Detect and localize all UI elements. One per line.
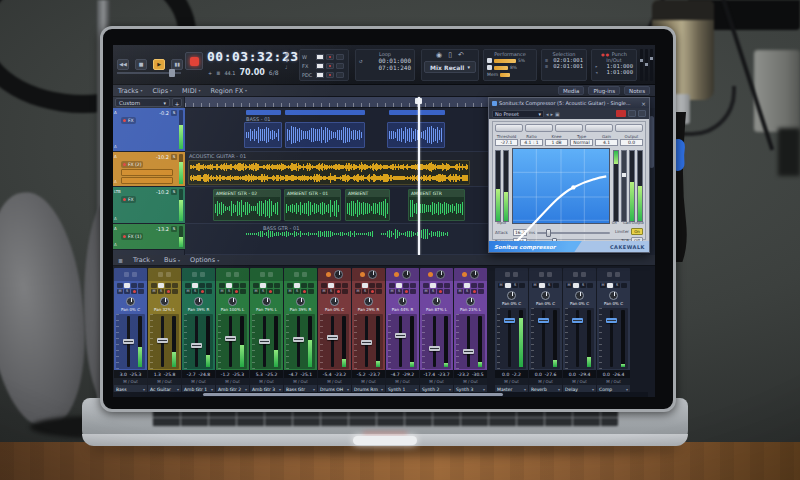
comp-power-icon[interactable]	[394, 272, 399, 277]
output-assign[interactable]: M / Out	[114, 378, 147, 385]
console-menu-item[interactable]: Options ▾	[190, 256, 219, 264]
plugin-button[interactable]	[555, 124, 583, 132]
monitor-button[interactable]	[308, 289, 314, 294]
fx-rack[interactable]: FX (2)	[121, 161, 143, 168]
arm-button[interactable]	[165, 289, 171, 294]
fader-handle[interactable]	[606, 318, 617, 323]
menu-item[interactable]: Clips ▾	[152, 87, 172, 95]
meter-slot[interactable]	[645, 49, 648, 81]
comp-power-icon[interactable]	[462, 272, 467, 277]
arm-button[interactable]	[301, 289, 307, 294]
toggle-button[interactable]	[326, 54, 334, 60]
write-automation-button[interactable]	[539, 283, 545, 288]
tempo-value[interactable]: 70.00	[240, 68, 265, 77]
mute-button[interactable]: M	[117, 289, 123, 294]
channel-strip[interactable]: M S Pan 44% R	[386, 268, 419, 394]
automation-button[interactable]: A	[114, 216, 117, 221]
gain-slider[interactable]	[621, 150, 627, 222]
monitor-button[interactable]	[376, 289, 382, 294]
window-option-button[interactable]	[638, 110, 646, 117]
output-assign[interactable]: M / Out	[386, 378, 419, 385]
fader-handle[interactable]	[572, 318, 583, 323]
comp-knob[interactable]	[368, 270, 377, 279]
arm-button[interactable]	[233, 289, 239, 294]
toggle-button[interactable]	[336, 63, 344, 69]
pan-knob[interactable]	[330, 297, 339, 306]
audio-clip[interactable]: AMBIENT GTR	[408, 189, 465, 221]
phase-button[interactable]	[287, 283, 293, 288]
output-assign[interactable]: M / Out	[182, 378, 215, 385]
preset-dropdown[interactable]: No Preset ▾	[492, 110, 544, 118]
menu-item[interactable]: Tracks ▾	[118, 87, 142, 95]
solo-button[interactable]: S	[614, 283, 620, 288]
bus-strip[interactable]: M S Pan 0% C	[597, 268, 630, 394]
write-automation-button[interactable]	[294, 283, 300, 288]
echo-button[interactable]	[376, 283, 382, 288]
arm-button[interactable]	[369, 289, 375, 294]
audio-clip[interactable]	[387, 122, 445, 148]
output-assign[interactable]: M / Out	[454, 378, 487, 385]
interleave-button[interactable]	[403, 283, 409, 288]
monitor-button[interactable]	[342, 289, 348, 294]
phase-button[interactable]	[185, 283, 191, 288]
output-assign[interactable]: M / Out	[216, 378, 249, 385]
mute-button[interactable]: M	[532, 283, 538, 288]
interleave-button[interactable]	[267, 283, 273, 288]
mix-recall-dropdown[interactable]: Mix Recall ▾	[424, 61, 476, 73]
pan-knob[interactable]	[126, 297, 135, 306]
take-lane-clip[interactable]	[246, 110, 281, 115]
audio-clip[interactable]	[244, 122, 282, 148]
plugin-parameter[interactable]: Gain 4.1	[595, 134, 618, 146]
solo-button[interactable]: S	[171, 110, 177, 116]
echo-button[interactable]	[138, 283, 144, 288]
arm-button[interactable]	[335, 289, 341, 294]
monitor-button[interactable]	[274, 289, 280, 294]
channel-strip[interactable]: M S Pan 87% L	[420, 268, 453, 394]
waveform[interactable]	[381, 225, 451, 243]
interleave-button[interactable]	[131, 283, 137, 288]
comp-power-icon[interactable]	[326, 272, 331, 277]
track-header[interactable]: A A -0.2 S FX	[113, 108, 185, 152]
interleave-button[interactable]	[199, 283, 205, 288]
interleave-button[interactable]	[471, 283, 477, 288]
output-assign[interactable]: M / Out	[284, 378, 317, 385]
interleave-button[interactable]	[233, 283, 239, 288]
solo-button[interactable]: S	[192, 289, 198, 294]
audio-clip[interactable]: AMBIENT	[345, 189, 390, 221]
output-assign[interactable]: M / Out	[352, 378, 385, 385]
channel-strip[interactable]: M S Pan 39% R	[284, 268, 317, 394]
metronome-icon[interactable]: ♩	[285, 65, 289, 70]
pan-knob[interactable]	[432, 297, 441, 306]
bus-strip[interactable]: M S Pan 0% C	[529, 268, 562, 394]
pan-knob[interactable]	[160, 297, 169, 306]
output-assign[interactable]: M / Out	[495, 378, 528, 385]
mute-button[interactable]: M	[566, 283, 572, 288]
track-header[interactable]: A A -13.2 S FX (1)	[113, 224, 185, 250]
fx-rack[interactable]: FX	[121, 196, 136, 203]
attack-slider[interactable]	[537, 232, 610, 234]
solo-button[interactable]: S	[362, 289, 368, 294]
prev-preset-icon[interactable]: ◂	[546, 111, 549, 117]
plugin-parameter[interactable]: Knee 1 dB	[545, 134, 568, 146]
echo-button[interactable]	[172, 283, 178, 288]
pan-knob[interactable]	[262, 297, 271, 306]
take-lane-clip[interactable]	[389, 110, 445, 115]
pan-knob[interactable]	[228, 297, 237, 306]
track-gain-value[interactable]: -13.2	[156, 226, 169, 232]
pause-button[interactable]: ▮▮	[171, 59, 183, 70]
fx-rack[interactable]: FX (1)	[121, 233, 143, 240]
mute-button[interactable]: M	[423, 289, 429, 294]
monitor-button[interactable]	[240, 289, 246, 294]
fader-handle[interactable]	[157, 338, 168, 343]
comp-knob[interactable]	[436, 270, 445, 279]
write-automation-button[interactable]	[430, 283, 436, 288]
write-automation-button[interactable]	[192, 283, 198, 288]
channel-strip[interactable]: M S Pan 100% L	[216, 268, 249, 394]
fx-rack[interactable]: FX	[121, 117, 136, 124]
solo-button[interactable]: S	[171, 154, 177, 160]
plugin-parameter[interactable]: Type Normal	[570, 134, 593, 146]
solo-button[interactable]: S	[396, 289, 402, 294]
record-button[interactable]	[185, 52, 203, 70]
meter-slot[interactable]	[650, 49, 653, 81]
comp-knob[interactable]	[470, 270, 479, 279]
